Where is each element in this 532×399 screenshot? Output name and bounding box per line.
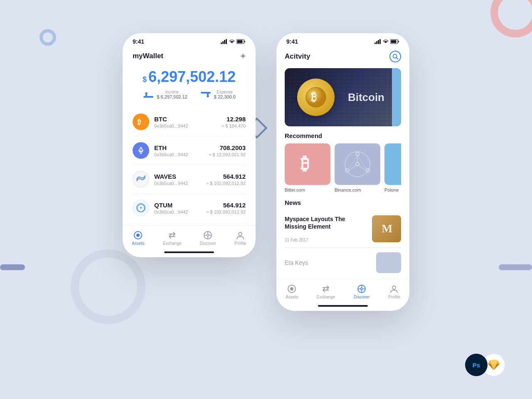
news-1-title: Myspace Layouts The Missing Element [285, 215, 367, 230]
news-item-2[interactable]: Eta Keys [285, 248, 401, 276]
polone-image [384, 143, 401, 185]
nav-discover[interactable]: Discover [200, 231, 216, 246]
svg-line-45 [349, 165, 356, 170]
svg-point-41 [345, 169, 349, 172]
eth-name: ETH [154, 144, 209, 151]
phone-activity: 9:41 [276, 33, 409, 311]
qtum-icon [133, 200, 149, 216]
nav2-profile[interactable]: Profile [388, 284, 400, 299]
bitcoin-coin-icon: ₿ [305, 87, 326, 108]
exchange-icon [167, 231, 177, 240]
coin-card-waves[interactable]: WAVES 0x3b5ca0...9442 564.912 ≈ $ 102,09… [133, 165, 246, 194]
recommend-title: Recommend [285, 132, 401, 139]
expense-icon [200, 91, 212, 99]
income-item: Income $ 6,297,502.12 [143, 90, 187, 99]
discover-icon [203, 231, 212, 240]
btc-values: 12.298 ≈ $ 184,470 [222, 116, 246, 128]
nav2-exchange[interactable]: Exchange [317, 284, 335, 299]
svg-rect-5 [237, 40, 243, 43]
search-button[interactable] [389, 51, 401, 62]
status-time-wallet: 9:41 [133, 38, 144, 45]
eth-amount: 708.2003 [209, 144, 246, 151]
svg-rect-2 [224, 40, 225, 44]
status-time-activity: 9:41 [286, 38, 298, 45]
wifi-icon-2 [383, 39, 389, 44]
nav-exchange[interactable]: Exchange [163, 231, 181, 246]
bitter-image: ₿ [285, 143, 330, 185]
income-text: Income $ 6,297,502.12 [157, 90, 187, 99]
svg-rect-29 [378, 40, 379, 44]
recommend-list: ₿ Bitter.com [285, 143, 401, 192]
bitcoin-text: Bitcoin [348, 91, 384, 104]
income-icon [143, 91, 154, 99]
svg-line-47 [349, 155, 357, 169]
wallet-title: myWallet [133, 52, 163, 60]
wallet-header: myWallet + [133, 51, 246, 62]
signal-icon-2 [374, 39, 381, 44]
svg-rect-1 [222, 41, 224, 44]
balance-display: $ 6,297,502.12 [133, 68, 246, 86]
income-value: $ 6,297,502.12 [157, 94, 187, 99]
qtum-values: 564.912 ≈ $ 102,092,012.92 [206, 202, 246, 214]
news-item-1[interactable]: Myspace Layouts The Missing Element 11 F… [285, 210, 401, 248]
nav2-assets[interactable]: Assets [286, 284, 298, 299]
binance-network-icon [343, 150, 372, 179]
add-button[interactable]: + [240, 51, 246, 62]
bottom-nav-wallet: Assets Exchange Discover [123, 225, 256, 249]
rec-card-bitter[interactable]: ₿ Bitter.com [285, 143, 330, 192]
waves-amount: 564.912 [206, 173, 246, 180]
news-1-thumbnail: M [372, 215, 401, 242]
rec-card-polone[interactable]: Polone [384, 143, 401, 192]
banner-coin-visual: ₿ [297, 79, 335, 116]
activity-header: Acitvity [285, 51, 401, 62]
assets-icon-2 [287, 284, 296, 293]
nav2-discover[interactable]: Discover [354, 284, 370, 299]
svg-line-48 [357, 155, 366, 169]
tool-badges: Ps [465, 354, 505, 376]
discover-icon-2 [357, 284, 366, 293]
battery-icon [236, 39, 246, 44]
bg-decoration-rect-right [499, 264, 532, 270]
activity-banner[interactable]: ₿ Bitcoin [285, 68, 401, 126]
nav-assets[interactable]: Assets [132, 231, 144, 246]
btc-name: BTC [154, 116, 222, 123]
coin-card-eth[interactable]: ETH 0x3b5ca0...9442 708.2003 ≈ $ 12,092,… [133, 136, 246, 165]
signal-icon [221, 39, 227, 44]
search-icon [392, 54, 398, 59]
svg-text:₿: ₿ [138, 118, 141, 126]
binance-image [335, 143, 380, 185]
svg-point-17 [140, 207, 142, 209]
btc-usd: ≈ $ 184,470 [222, 123, 246, 128]
profile-label-2: Profile [388, 295, 400, 299]
btc-info: BTC 0x3b5ca0...9442 [154, 116, 222, 128]
expense-value: $ 22,300.0 [214, 94, 236, 99]
qtum-amount: 564.912 [206, 202, 246, 209]
balance-section: $ 6,297,502.12 Income [133, 68, 246, 99]
status-icons-activity [374, 39, 399, 44]
status-bar-wallet: 9:41 [123, 33, 256, 47]
waves-address: 0x3b5ca0...9442 [154, 181, 206, 186]
exchange-icon-2 [321, 284, 330, 293]
svg-point-43 [356, 163, 359, 166]
phones-container: 9:41 [123, 33, 409, 311]
btc-symbol-icon: ₿ [136, 117, 145, 126]
qtum-address: 0x3b5ca0...9442 [154, 209, 206, 214]
profile-icon-2 [389, 284, 399, 293]
polone-label: Polone [384, 187, 401, 192]
bottom-nav-activity: Assets Exchange Discover [276, 279, 409, 303]
svg-point-51 [290, 287, 293, 291]
activity-content: Acitvity [276, 51, 409, 276]
svg-point-58 [392, 286, 396, 289]
assets-label: Assets [132, 241, 144, 246]
eth-values: 708.2003 ≈ $ 12,092,021.92 [209, 144, 246, 157]
svg-rect-6 [244, 41, 245, 42]
bg-decoration-rect-left [0, 264, 25, 270]
banner-image: ₿ Bitcoin [285, 68, 401, 126]
coin-card-btc[interactable]: ₿ BTC 0x3b5ca0...9442 12.298 ≈ $ 184,470 [133, 108, 246, 136]
coin-card-qtum[interactable]: QTUM 0x3b5ca0...9442 564.912 ≈ $ 102,092… [133, 194, 246, 222]
nav-profile[interactable]: Profile [234, 231, 246, 246]
rec-card-binance[interactable]: Binance.com [335, 143, 380, 192]
ps-text: Ps [473, 362, 480, 369]
expense-label: Expense [214, 90, 236, 94]
home-indicator-wallet [164, 251, 214, 253]
